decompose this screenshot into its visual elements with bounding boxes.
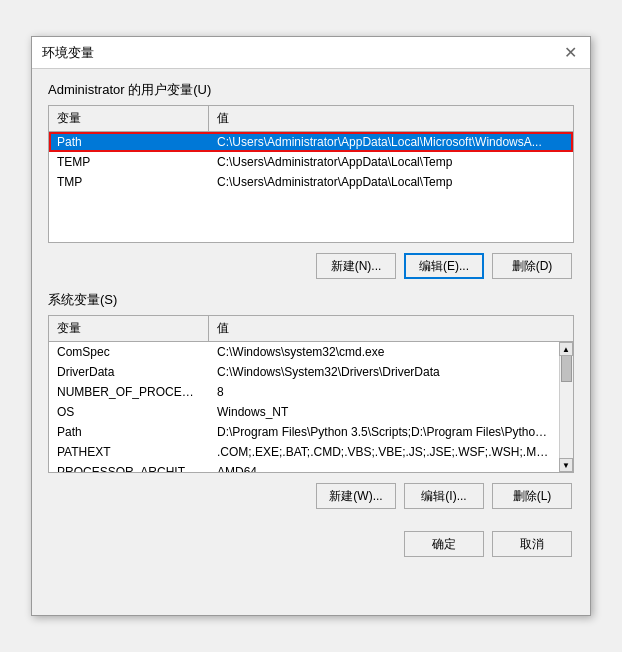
system-table-scroll-area[interactable]: ComSpec C:\Windows\system32\cmd.exe Driv… — [49, 342, 573, 472]
table-row[interactable]: OS Windows_NT — [49, 402, 559, 422]
system-row-value: D:\Program Files\Python 3.5\Scripts;D:\P… — [209, 422, 559, 442]
system-variables-table: 变量 值 ComSpec C:\Windows\system32\cmd.exe… — [48, 315, 574, 473]
user-delete-button[interactable]: 删除(D) — [492, 253, 572, 279]
table-row[interactable]: Path C:\Users\Administrator\AppData\Loca… — [49, 132, 573, 152]
table-row[interactable]: NUMBER_OF_PROCESSORS 8 — [49, 382, 559, 402]
user-edit-button[interactable]: 编辑(E)... — [404, 253, 484, 279]
system-section-label: 系统变量(S) — [48, 291, 574, 309]
system-buttons-row: 新建(W)... 编辑(I)... 删除(L) — [48, 483, 574, 509]
user-row-value: C:\Users\Administrator\AppData\Local\Mic… — [209, 132, 573, 152]
table-row[interactable]: TEMP C:\Users\Administrator\AppData\Loca… — [49, 152, 573, 172]
system-row-name: PATHEXT — [49, 442, 209, 462]
scrollbar-track[interactable]: ▲ ▼ — [559, 342, 573, 472]
user-row-name: TMP — [49, 172, 209, 192]
user-table-header: 变量 值 — [49, 106, 573, 132]
sys-new-button[interactable]: 新建(W)... — [316, 483, 396, 509]
sys-edit-button[interactable]: 编辑(I)... — [404, 483, 484, 509]
user-buttons-row: 新建(N)... 编辑(E)... 删除(D) — [48, 253, 574, 279]
system-row-value: C:\Windows\system32\cmd.exe — [209, 342, 559, 362]
system-row-value: AMD64 — [209, 462, 559, 472]
user-variables-table: 变量 值 Path C:\Users\Administrator\AppData… — [48, 105, 574, 243]
user-new-button[interactable]: 新建(N)... — [316, 253, 396, 279]
system-row-name: PROCESSOR_ARCHITECT... — [49, 462, 209, 472]
env-variables-window: 环境变量 ✕ Administrator 的用户变量(U) 变量 值 Path … — [31, 36, 591, 616]
user-section-label: Administrator 的用户变量(U) — [48, 81, 574, 99]
close-button[interactable]: ✕ — [560, 43, 580, 63]
scrollbar-up-arrow[interactable]: ▲ — [559, 342, 573, 356]
user-row-name: Path — [49, 132, 209, 152]
user-row-value: C:\Users\Administrator\AppData\Local\Tem… — [209, 152, 573, 172]
table-row[interactable]: TMP C:\Users\Administrator\AppData\Local… — [49, 172, 573, 192]
footer-buttons: 确定 取消 — [48, 521, 574, 561]
system-row-name: NUMBER_OF_PROCESSORS — [49, 382, 209, 402]
system-table-header: 变量 值 — [49, 316, 573, 342]
table-row[interactable]: ComSpec C:\Windows\system32\cmd.exe — [49, 342, 559, 362]
table-row[interactable]: DriverData C:\Windows\System32\Drivers\D… — [49, 362, 559, 382]
system-row-name: OS — [49, 402, 209, 422]
user-row-name: TEMP — [49, 152, 209, 172]
system-table-body: ComSpec C:\Windows\system32\cmd.exe Driv… — [49, 342, 573, 472]
system-row-value: Windows_NT — [209, 402, 559, 422]
user-header-name: 变量 — [49, 106, 209, 131]
scrollbar-down-arrow[interactable]: ▼ — [559, 458, 573, 472]
table-row[interactable]: PATHEXT .COM;.EXE;.BAT;.CMD;.VBS;.VBE;.J… — [49, 442, 559, 462]
system-row-value: .COM;.EXE;.BAT;.CMD;.VBS;.VBE;.JS;.JSE;.… — [209, 442, 559, 462]
system-row-value: C:\Windows\System32\Drivers\DriverData — [209, 362, 559, 382]
system-row-name: ComSpec — [49, 342, 209, 362]
ok-button[interactable]: 确定 — [404, 531, 484, 557]
system-header-value: 值 — [209, 316, 573, 341]
system-row-name: Path — [49, 422, 209, 442]
user-table-body: Path C:\Users\Administrator\AppData\Loca… — [49, 132, 573, 242]
window-content: Administrator 的用户变量(U) 变量 值 Path C:\User… — [32, 69, 590, 573]
cancel-button[interactable]: 取消 — [492, 531, 572, 557]
user-row-value: C:\Users\Administrator\AppData\Local\Tem… — [209, 172, 573, 192]
table-row[interactable]: PROCESSOR_ARCHITECT... AMD64 — [49, 462, 559, 472]
sys-delete-button[interactable]: 删除(L) — [492, 483, 572, 509]
user-header-value: 值 — [209, 106, 573, 131]
title-bar: 环境变量 ✕ — [32, 37, 590, 69]
system-header-name: 变量 — [49, 316, 209, 341]
table-row[interactable]: Path D:\Program Files\Python 3.5\Scripts… — [49, 422, 559, 442]
window-title: 环境变量 — [42, 44, 94, 62]
system-row-value: 8 — [209, 382, 559, 402]
system-row-name: DriverData — [49, 362, 209, 382]
